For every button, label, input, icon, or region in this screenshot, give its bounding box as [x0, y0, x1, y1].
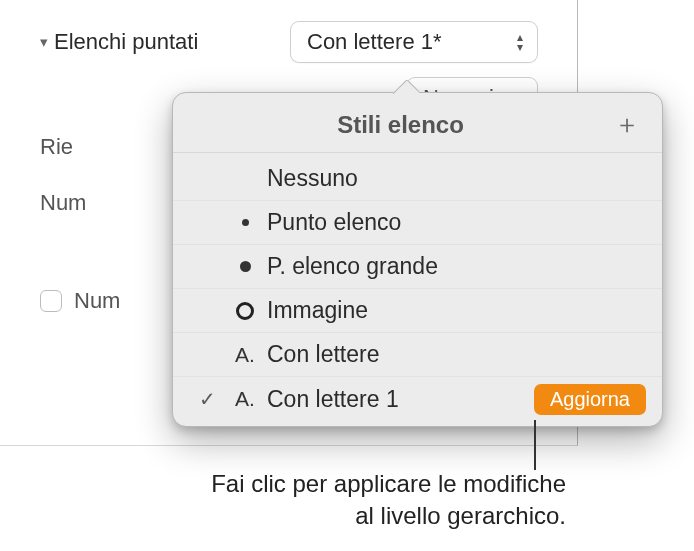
list-style-row: ▾ Elenchi puntati Con lettere 1* ▴▾: [40, 22, 537, 62]
popover-arrow: [393, 80, 419, 94]
letter-a-icon: A.: [223, 387, 267, 411]
style-label: Con lettere: [267, 341, 646, 368]
indent-label: Rie: [40, 134, 73, 160]
section-label: Elenchi puntati: [54, 29, 198, 55]
checkmark-icon: ✓: [191, 387, 223, 411]
list-style-value: Con lettere 1*: [307, 29, 442, 55]
popover-title: Stili elenco: [191, 111, 610, 139]
callout-text: Fai clic per applicare le modifiche al l…: [86, 468, 566, 532]
list-styles-popover: Stili elenco ＋ Nessuno Punto elenco P. e…: [172, 92, 663, 427]
style-item-letters-1[interactable]: ✓ A. Con lettere 1 Aggiorna: [173, 377, 662, 421]
add-style-button[interactable]: ＋: [610, 107, 644, 142]
style-item-image[interactable]: Immagine: [173, 289, 662, 333]
letter-a-icon: A.: [223, 343, 267, 367]
circle-icon: [223, 302, 267, 320]
style-item-none[interactable]: Nessuno: [173, 157, 662, 201]
list-style-dropdown[interactable]: Con lettere 1* ▴▾: [291, 22, 537, 62]
num-label: Num: [40, 190, 86, 216]
bullet-icon: [223, 219, 267, 226]
bullet-big-icon: [223, 261, 267, 272]
tiered-checkbox[interactable]: [40, 290, 62, 312]
style-item-bullet[interactable]: Punto elenco: [173, 201, 662, 245]
tiered-label: Num: [74, 288, 120, 314]
style-label: Immagine: [267, 297, 646, 324]
popover-header: Stili elenco ＋: [173, 93, 662, 153]
callout-line2: al livello gerarchico.: [355, 502, 566, 529]
style-label: Punto elenco: [267, 209, 646, 236]
callout-leader-line: [534, 420, 536, 470]
section-disclosure[interactable]: ▾ Elenchi puntati: [40, 29, 198, 55]
style-label: Con lettere 1: [267, 386, 534, 413]
update-button[interactable]: Aggiorna: [534, 384, 646, 415]
style-label: Nessuno: [267, 165, 646, 192]
updown-chevron-icon: ▴▾: [507, 33, 523, 51]
style-item-bigbullet[interactable]: P. elenco grande: [173, 245, 662, 289]
style-item-letters[interactable]: A. Con lettere: [173, 333, 662, 377]
popover-list: Nessuno Punto elenco P. elenco grande Im…: [173, 153, 662, 425]
callout-line1: Fai clic per applicare le modifiche: [211, 470, 566, 497]
chevron-down-icon: ▾: [40, 33, 48, 51]
style-label: P. elenco grande: [267, 253, 646, 280]
